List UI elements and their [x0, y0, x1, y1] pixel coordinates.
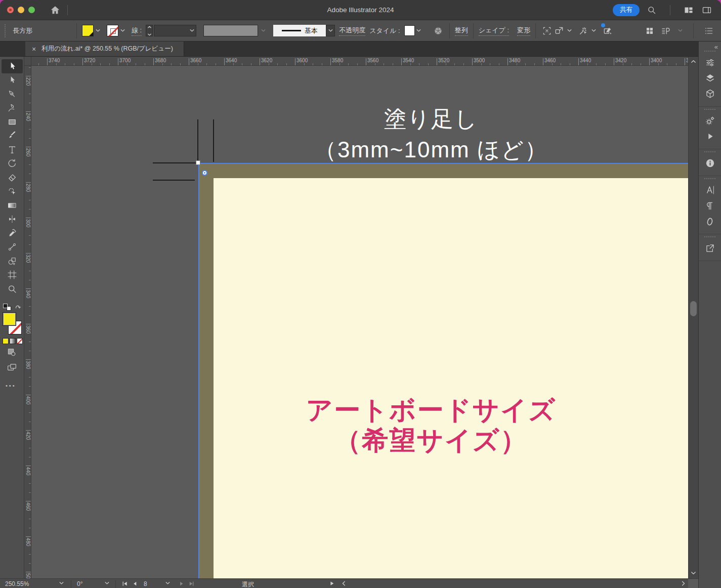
artboard[interactable] — [214, 178, 688, 578]
eraser-tool[interactable] — [2, 171, 23, 185]
none-button[interactable] — [17, 338, 23, 344]
workspace-switcher-icon[interactable] — [683, 4, 695, 16]
stroke-weight-label[interactable]: 線 : — [132, 26, 142, 36]
arrange-documents-icon[interactable] — [660, 25, 672, 37]
libraries-panel-icon[interactable] — [699, 86, 721, 102]
scroll-up-icon[interactable] — [690, 58, 697, 65]
edit-toolbar-icon[interactable]: ••• — [6, 381, 16, 390]
fullscreen-window-button[interactable] — [28, 7, 35, 13]
export-panel-icon[interactable] — [699, 240, 721, 256]
drawing-mode-icon[interactable] — [7, 347, 17, 359]
stepper-up-icon[interactable] — [147, 23, 152, 31]
gradient-tool[interactable] — [2, 198, 23, 213]
shape-label[interactable]: シェイプ : — [479, 26, 509, 36]
paragraph-panel-icon[interactable] — [699, 198, 721, 214]
stroke-color-swatch[interactable] — [107, 25, 118, 36]
stepper-down-icon[interactable] — [147, 31, 152, 38]
chevron-down-icon[interactable] — [118, 25, 126, 36]
pen-tool[interactable] — [2, 87, 23, 101]
selection-anchor-handle[interactable] — [196, 160, 200, 165]
properties-panel-icon[interactable] — [699, 55, 721, 70]
fill-color-swatch[interactable] — [82, 25, 94, 36]
direct-selection-tool[interactable] — [2, 73, 23, 88]
paintbrush-tool[interactable] — [2, 129, 23, 143]
select-similar-icon[interactable] — [577, 25, 589, 37]
swap-fill-stroke-icon[interactable] — [14, 303, 21, 312]
scroll-left-icon[interactable] — [341, 580, 347, 586]
panel-toggle-icon[interactable] — [701, 4, 713, 16]
panel-grip[interactable] — [5, 24, 7, 37]
previous-artboard-icon[interactable] — [132, 580, 138, 587]
close-tab-icon[interactable]: × — [32, 46, 36, 53]
rectangle-tool[interactable] — [2, 115, 23, 129]
chevron-down-icon[interactable] — [188, 25, 196, 36]
artboard-tool[interactable] — [2, 268, 23, 282]
zoom-level-field[interactable]: 250.55% — [5, 580, 29, 587]
width-tool[interactable] — [2, 213, 23, 227]
layers-panel-icon[interactable] — [699, 70, 721, 86]
workspace-grid-icon[interactable] — [644, 25, 656, 37]
zoom-tool[interactable] — [2, 282, 23, 296]
vertical-ruler[interactable]: 2202402602803003203403603804004204404604… — [24, 66, 31, 578]
stroke-weight-field[interactable] — [154, 25, 196, 36]
actions-panel-icon[interactable] — [699, 113, 721, 129]
blend-tool[interactable] — [2, 240, 23, 255]
menu-list-icon[interactable] — [703, 25, 715, 37]
fill-color-indicator[interactable] — [3, 312, 16, 326]
panel-grip[interactable] — [704, 178, 715, 180]
opentype-panel-icon[interactable] — [699, 214, 721, 229]
first-artboard-icon[interactable] — [121, 580, 128, 587]
chevron-down-icon[interactable] — [589, 25, 598, 36]
horizontal-ruler[interactable]: 3740372037003680366036403620360035803560… — [31, 57, 688, 66]
panel-grip[interactable] — [704, 151, 715, 153]
scroll-right-icon[interactable] — [680, 580, 686, 586]
screen-mode-icon[interactable] — [7, 362, 17, 375]
chevron-down-icon[interactable] — [415, 25, 423, 36]
curvature-tool[interactable] — [2, 101, 23, 115]
info-panel-icon[interactable] — [699, 155, 721, 171]
transform-label[interactable]: 変形 — [517, 26, 530, 36]
chevron-down-icon[interactable] — [565, 25, 573, 36]
stroke-weight-stepper[interactable] — [146, 25, 153, 36]
graphic-style-swatch[interactable] — [404, 25, 415, 36]
panel-grip[interactable] — [704, 109, 715, 111]
bounding-box-icon[interactable] — [541, 25, 553, 37]
close-window-button[interactable] — [7, 7, 14, 13]
vertical-scrollbar[interactable] — [688, 57, 698, 578]
play-action-icon[interactable] — [699, 129, 721, 144]
chevron-down-icon[interactable] — [326, 25, 335, 36]
shape-builder-tool[interactable] — [2, 254, 23, 268]
default-fill-stroke-icon[interactable] — [3, 304, 11, 311]
scroll-down-icon[interactable] — [690, 570, 697, 576]
eyedropper-tool[interactable] — [2, 226, 23, 240]
minimize-window-button[interactable] — [18, 7, 24, 13]
shaper-tool[interactable] — [2, 185, 23, 199]
chevron-down-icon[interactable] — [104, 580, 110, 586]
ruler-origin-corner[interactable] — [24, 57, 31, 66]
panel-grip[interactable] — [704, 51, 715, 53]
artboard-number-field[interactable]: 8 — [144, 580, 147, 587]
isolate-object-icon[interactable] — [553, 25, 565, 37]
chevron-down-icon[interactable] — [59, 580, 64, 586]
chevron-down-icon[interactable] — [94, 25, 102, 36]
rotation-field[interactable]: 0° — [77, 580, 82, 587]
rotate-tool[interactable] — [2, 157, 23, 171]
home-icon[interactable] — [49, 4, 61, 16]
color-button[interactable] — [3, 338, 9, 344]
status-expand-icon[interactable] — [329, 580, 335, 586]
brush-definition-field[interactable]: 基本 — [273, 25, 326, 36]
character-panel-icon[interactable] — [699, 182, 721, 198]
gradient-button[interactable] — [10, 338, 16, 344]
vertical-scrollbar-thumb[interactable] — [690, 301, 697, 316]
share-button[interactable]: 共有 — [613, 4, 640, 16]
document-tab[interactable]: × 利用の流れ.ai* @ 250.55 % (RGB/プレビュー) — [25, 41, 184, 56]
chevron-down-icon[interactable] — [165, 580, 171, 586]
corner-radius-widget[interactable] — [202, 170, 207, 176]
type-tool[interactable] — [2, 143, 23, 157]
recolor-artwork-icon[interactable] — [432, 25, 444, 37]
opacity-label[interactable]: 不透明度 — [339, 26, 365, 36]
panel-grip[interactable] — [704, 236, 715, 238]
search-icon[interactable] — [646, 4, 658, 16]
align-label[interactable]: 整列 — [455, 26, 468, 36]
selection-tool[interactable] — [2, 59, 23, 73]
